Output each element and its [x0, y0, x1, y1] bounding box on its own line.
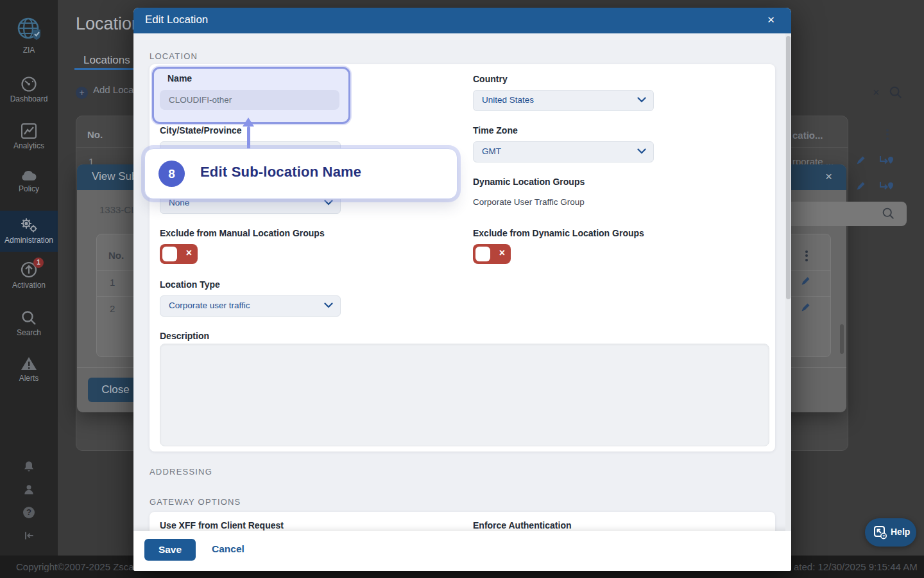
sidebar-logo-label: ZIA [0, 46, 58, 55]
gears-icon [19, 217, 38, 234]
goto-sublocation-pin-icon[interactable] [878, 155, 894, 169]
plus-icon: + [76, 87, 88, 99]
tutorial-tooltip: 8 Edit Sub-location Name [144, 148, 458, 199]
app-window: ZIA Dashboard Analytics Policy [0, 0, 924, 578]
sidebar-item-analytics[interactable]: Analytics [0, 123, 58, 150]
chevron-down-icon [324, 302, 333, 308]
tab-locations[interactable]: Locations [83, 54, 130, 67]
edit-location-modal: Edit Location × LOCATION Name Country Un… [133, 8, 791, 571]
sidebar-item-search[interactable]: Search [0, 310, 58, 337]
search-icon [21, 310, 37, 326]
help-launch-icon: ? [873, 525, 888, 540]
section-gateway-options: GATEWAY OPTIONS [150, 497, 241, 507]
exclude-manual-toggle[interactable]: × [160, 244, 198, 264]
edit-pencil-icon[interactable] [800, 302, 811, 315]
edit-pencil-icon[interactable] [800, 276, 811, 289]
manual-groups-value: None [169, 198, 189, 207]
account-button[interactable] [0, 483, 58, 498]
activation-badge: 1 [33, 258, 44, 268]
sidebar-item-policy[interactable]: Policy [0, 168, 58, 193]
modal-scrollbar-thumb[interactable] [786, 36, 791, 299]
toggle-x-icon: × [186, 247, 192, 259]
help-circle-button[interactable]: ? [0, 506, 58, 518]
column-header-no: No. [108, 250, 124, 261]
name-label: Name [167, 73, 192, 83]
tutorial-arrow-icon [243, 118, 254, 127]
sidebar-item-label: Analytics [0, 141, 58, 150]
edit-pencil-icon[interactable] [855, 180, 866, 194]
description-label: Description [160, 331, 209, 341]
tutorial-text: Edit Sub-location Name [200, 164, 361, 180]
sidebar-logo-zia[interactable]: ZIA [0, 14, 58, 55]
exclude-dynamic-toggle[interactable]: × [473, 244, 511, 264]
sidebar-item-administration[interactable]: Administration [0, 211, 58, 252]
exclude-dynamic-label: Exclude from Dynamic Location Groups [473, 228, 644, 238]
cloud-icon [20, 168, 38, 182]
enforce-auth-label: Enforce Authentication [473, 520, 572, 530]
location-type-value: Corporate user traffic [169, 301, 250, 310]
close-icon[interactable]: × [825, 170, 832, 184]
modal-footer: Save Cancel [133, 531, 791, 571]
table-row-number: 2 [110, 303, 115, 314]
bell-icon [22, 460, 35, 473]
gauge-icon [21, 76, 37, 92]
cancel-button[interactable]: Cancel [212, 543, 244, 555]
sidebar-item-label: Dashboard [0, 94, 58, 103]
edit-pencil-icon[interactable] [855, 155, 866, 168]
exit-arrow-icon [22, 529, 35, 542]
timezone-label: Time Zone [473, 125, 518, 136]
kebab-menu-icon[interactable] [886, 127, 889, 141]
country-label: Country [473, 74, 508, 84]
toggle-x-icon: × [499, 247, 505, 259]
sidebar-item-dashboard[interactable]: Dashboard [0, 76, 58, 103]
location-type-label: Location Type [160, 279, 220, 290]
chevron-down-icon [637, 97, 646, 103]
close-icon: × [873, 86, 880, 99]
goto-sublocation-pin-icon[interactable] [878, 180, 894, 195]
sidebar-item-alerts[interactable]: Alerts [0, 355, 58, 383]
table-scrollbar-thumb[interactable] [840, 324, 844, 354]
section-addressing: ADDRESSING [150, 467, 212, 477]
timezone-select[interactable]: GMT [473, 141, 654, 162]
dynamic-groups-value: Corporate User Traffic Group [473, 197, 585, 207]
copyright-text: Copyright©2007-2025 Zscale [16, 561, 141, 572]
description-textarea[interactable] [160, 344, 769, 446]
dynamic-groups-label: Dynamic Location Groups [473, 177, 585, 187]
xff-label: Use XFF from Client Request [160, 520, 284, 530]
svg-text:?: ? [882, 534, 885, 538]
person-icon [22, 483, 35, 496]
search-icon [882, 207, 895, 220]
help-button[interactable]: ? Help [865, 518, 916, 547]
question-icon: ? [23, 507, 35, 518]
save-button[interactable]: Save [144, 539, 196, 561]
alert-triangle-icon [20, 355, 38, 372]
sidebar-item-label: Policy [0, 184, 58, 193]
country-value: United States [482, 95, 534, 105]
sidebar-item-label: Alerts [0, 374, 58, 383]
kebab-menu-icon[interactable] [805, 249, 808, 263]
modal-title: Edit Location [145, 13, 208, 26]
section-location: LOCATION [150, 51, 198, 61]
search-clear-button[interactable]: × [873, 86, 880, 100]
search-icon [889, 85, 903, 100]
sidebar-item-label: Search [0, 328, 58, 337]
name-input[interactable] [160, 90, 339, 110]
chevron-down-icon [324, 200, 333, 206]
chevron-down-icon [637, 148, 646, 154]
logout-button[interactable] [0, 529, 58, 545]
modal-scrollbar[interactable] [785, 33, 791, 531]
last-updated-text: ated: 12/30/2025 9:15:44 AM [794, 561, 918, 572]
city-label: City/State/Province [160, 125, 242, 136]
close-icon[interactable]: × [767, 13, 774, 27]
column-header-no: No. [87, 129, 103, 140]
table-row-number: 1 [110, 277, 115, 288]
toggle-knob [475, 247, 490, 261]
location-type-select[interactable]: Corporate user traffic [160, 295, 341, 317]
notifications-bell-button[interactable] [0, 460, 58, 475]
country-select[interactable]: United States [473, 90, 654, 111]
zia-globe-icon [14, 14, 44, 44]
table-search-button[interactable] [889, 85, 903, 102]
exclude-manual-label: Exclude from Manual Location Groups [160, 228, 325, 238]
toggle-knob [162, 247, 177, 261]
sidebar-item-activation[interactable]: 1 Activation [0, 261, 58, 290]
